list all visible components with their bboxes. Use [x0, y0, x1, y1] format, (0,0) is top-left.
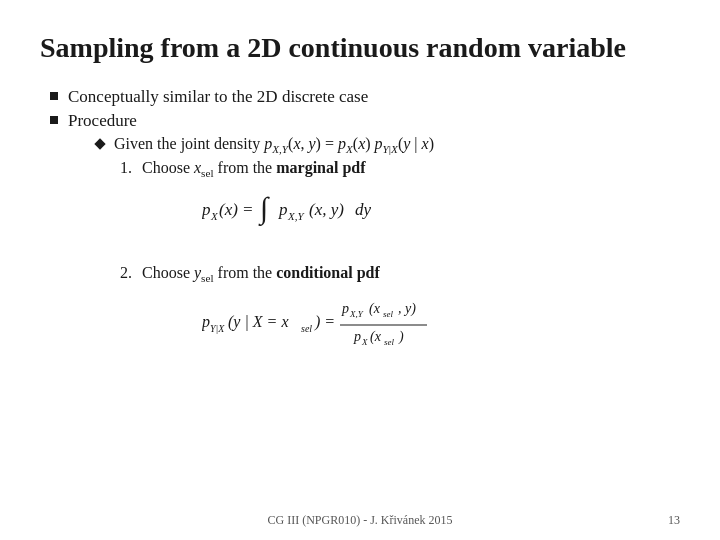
svg-text:X: X: [361, 337, 368, 347]
step2-bold: conditional pdf: [276, 264, 380, 281]
sub-content: Given the joint density pX,Y(x, y) = pX(…: [96, 135, 512, 377]
sub-bullet-text: Given the joint density pX,Y(x, y) = pX(…: [114, 135, 434, 155]
svg-text:p: p: [341, 301, 349, 316]
svg-text:dy: dy: [355, 200, 372, 219]
sub-bullet-item: Given the joint density pX,Y(x, y) = pX(…: [96, 135, 512, 155]
svg-text:X: X: [210, 210, 219, 222]
svg-text:X,Y: X,Y: [287, 210, 305, 222]
page-number: 13: [668, 513, 680, 528]
svg-text:p: p: [202, 313, 210, 331]
svg-text:p: p: [353, 329, 361, 344]
formula-1-container: p X (x) = ∫ p X,Y (x,: [202, 185, 422, 244]
svg-text:sel: sel: [384, 337, 394, 347]
svg-text:(x) =: (x) =: [219, 200, 254, 219]
formula-1-svg: p X (x) = ∫ p X,Y (x,: [202, 185, 422, 240]
procedure-block: Procedure Given the joint density pX,Y(x…: [68, 111, 512, 387]
title-text: Sampling from a 2D continuous random var…: [40, 32, 626, 63]
numbered-item-2: 2. Choose ysel from the conditional pdf: [120, 264, 512, 376]
svg-text:sel: sel: [301, 323, 312, 334]
footer: CG III (NPGR010) - J. Křivánek 2015: [0, 513, 720, 528]
svg-text:Y|X: Y|X: [210, 323, 225, 334]
svg-text:(x: (x: [369, 301, 381, 317]
bullet-text-1: Conceptually similar to the 2D discrete …: [68, 87, 368, 107]
step2-text: Choose ysel from the conditional pdf: [142, 264, 380, 281]
svg-text:(x: (x: [370, 329, 382, 345]
svg-text:, y): , y): [398, 301, 416, 317]
svg-text:∫: ∫: [258, 191, 270, 227]
svg-text:p: p: [202, 200, 211, 219]
num-label-1: 1.: [120, 159, 142, 177]
svg-text:): ): [398, 329, 404, 345]
formula-2-container: p Y|X (y | X = x sel ) = p: [202, 291, 512, 367]
step1-content: Choose xsel from the marginal pdf p: [142, 159, 422, 254]
bullet-item-1: Conceptually similar to the 2D discrete …: [50, 87, 680, 107]
svg-text:(x, y): (x, y): [309, 200, 344, 219]
svg-text:sel: sel: [383, 309, 393, 319]
bullet-text-2: Procedure: [68, 111, 137, 130]
slide-title: Sampling from a 2D continuous random var…: [40, 30, 680, 65]
svg-text:X,Y: X,Y: [349, 309, 364, 319]
svg-text:(y | X = x: (y | X = x: [228, 313, 289, 331]
numbered-item-1: 1. Choose xsel from the marginal pdf: [120, 159, 512, 254]
bullet-item-2: Procedure Given the joint density pX,Y(x…: [50, 111, 680, 387]
step1-bold: marginal pdf: [276, 159, 365, 176]
step1-text: Choose xsel from the marginal pdf: [142, 159, 366, 176]
num-label-2: 2.: [120, 264, 142, 282]
slide-container: Sampling from a 2D continuous random var…: [0, 0, 720, 540]
numbered-list: 1. Choose xsel from the marginal pdf: [120, 159, 512, 376]
diamond-icon: [94, 138, 105, 149]
bullet-icon-2: [50, 116, 58, 124]
step2-content: Choose ysel from the conditional pdf p Y…: [142, 264, 512, 376]
formula-2-svg: p Y|X (y | X = x sel ) = p: [202, 291, 512, 363]
svg-text:p: p: [278, 200, 288, 219]
content-area: Conceptually similar to the 2D discrete …: [40, 87, 680, 387]
bullet-icon-1: [50, 92, 58, 100]
footer-text: CG III (NPGR010) - J. Křivánek 2015: [268, 513, 453, 528]
svg-text:) =: ) =: [314, 313, 335, 331]
main-bullet-list: Conceptually similar to the 2D discrete …: [50, 87, 680, 387]
